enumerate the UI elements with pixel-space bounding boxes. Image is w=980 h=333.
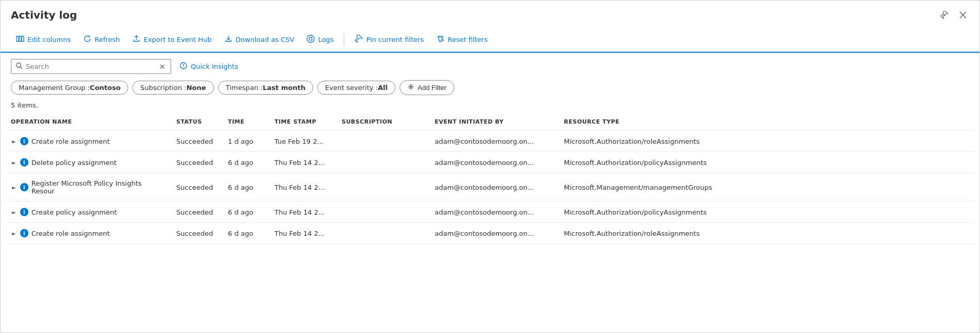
svg-point-12 xyxy=(17,63,21,68)
operation-name-cell: ► i Create policy assignment xyxy=(5,202,170,223)
subscription-cell xyxy=(335,173,428,202)
subscription-cell xyxy=(335,131,428,152)
resource-type-cell: Microsoft.Authorization/policyAssignment… xyxy=(558,152,975,173)
download-csv-label: Download as CSV xyxy=(236,36,295,43)
timestamp-cell: Thu Feb 14 2... xyxy=(268,152,335,173)
svg-point-8 xyxy=(307,35,314,42)
operation-name-cell: ► i Register Microsoft Policy Insights R… xyxy=(5,173,170,202)
status-cell: Succeeded xyxy=(170,131,222,152)
download-csv-button[interactable]: Download as CSV xyxy=(219,32,300,48)
subscription-cell xyxy=(335,223,428,244)
info-icon: i xyxy=(20,158,28,166)
operation-name: Create role assignment xyxy=(32,230,110,237)
operation-name: Create policy assignment xyxy=(32,208,117,216)
timestamp-cell: Thu Feb 14 2... xyxy=(268,202,335,223)
col-header-operation: OPERATION NAME xyxy=(5,113,170,131)
timestamp-cell: Tue Feb 19 2... xyxy=(268,131,335,152)
time-cell: 6 d ago xyxy=(222,152,268,173)
toolbar: Edit columns Refresh Export to Event Hub xyxy=(1,27,979,53)
quick-insights-button[interactable]: Quick Insights xyxy=(179,62,238,71)
pin-current-filters-button[interactable]: Pin current filters xyxy=(349,32,429,48)
search-clear-button[interactable]: ✕ xyxy=(158,63,166,71)
time-cell: 6 d ago xyxy=(222,202,268,223)
toolbar-separator xyxy=(344,34,344,46)
status-cell: Succeeded xyxy=(170,173,222,202)
initiated-by-cell: adam@contosodemoorg.on... xyxy=(428,173,558,202)
export-event-hub-button[interactable]: Export to Event Hub xyxy=(127,32,217,48)
logs-label: Logs xyxy=(318,36,333,43)
reset-filters-button[interactable]: Reset filters xyxy=(431,32,493,48)
expand-row-arrow[interactable]: ► xyxy=(11,184,17,191)
search-input[interactable] xyxy=(26,63,158,70)
quick-insights-label: Quick Insights xyxy=(191,63,238,70)
logs-icon xyxy=(307,35,315,44)
add-filter-button[interactable]: Add Filter xyxy=(400,80,454,95)
status-cell: Succeeded xyxy=(170,152,222,173)
refresh-icon xyxy=(83,35,91,44)
svg-rect-3 xyxy=(17,36,19,41)
svg-rect-5 xyxy=(22,36,24,41)
svg-point-9 xyxy=(309,37,312,40)
export-icon xyxy=(132,35,141,44)
table-row[interactable]: ► i Delete policy assignment Succeeded6 … xyxy=(5,152,975,173)
time-cell: 1 d ago xyxy=(222,131,268,152)
info-icon: i xyxy=(20,208,28,216)
timestamp-cell: Thu Feb 14 2... xyxy=(268,223,335,244)
data-table-container: OPERATION NAME STATUS TIME TIME STAMP SU… xyxy=(1,113,979,244)
expand-row-arrow[interactable]: ► xyxy=(11,138,17,145)
expand-row-arrow[interactable]: ► xyxy=(11,230,17,237)
reset-icon xyxy=(436,35,445,44)
edit-columns-button[interactable]: Edit columns xyxy=(11,32,76,48)
event-severity-filter[interactable]: Event severity : All xyxy=(317,81,395,95)
table-row[interactable]: ► i Create role assignment Succeeded1 d … xyxy=(5,131,975,152)
title-bar: Activity log xyxy=(1,1,979,27)
subscription-label: Subscription : xyxy=(140,84,186,92)
refresh-label: Refresh xyxy=(95,36,120,43)
activity-log-window: Activity log xyxy=(0,0,980,333)
expand-row-arrow[interactable]: ► xyxy=(11,208,17,216)
time-cell: 6 d ago xyxy=(222,223,268,244)
svg-line-13 xyxy=(21,67,23,69)
pin-window-button[interactable] xyxy=(938,9,951,21)
col-header-resource-type: RESOURCE TYPE xyxy=(558,113,975,131)
timespan-filter[interactable]: Timespan : Last month xyxy=(218,81,313,95)
status-cell: Succeeded xyxy=(170,202,222,223)
resource-type-cell: Microsoft.Authorization/roleAssignments xyxy=(558,223,975,244)
table-row[interactable]: ► i Create role assignment Succeeded6 d … xyxy=(5,223,975,244)
info-icon: i xyxy=(20,229,28,237)
pin-filters-label: Pin current filters xyxy=(366,36,424,43)
close-window-button[interactable] xyxy=(957,9,969,21)
search-filter-bar: ✕ Quick Insights xyxy=(1,53,979,80)
operation-name-cell: ► i Create role assignment xyxy=(5,223,170,244)
info-icon: i xyxy=(20,183,28,191)
operation-name: Delete policy assignment xyxy=(32,159,117,166)
operation-name: Register Microsoft Policy Insights Resou… xyxy=(32,179,164,195)
status-cell: Succeeded xyxy=(170,223,222,244)
management-group-filter[interactable]: Management Group : Contoso xyxy=(11,81,128,95)
subscription-value: None xyxy=(187,84,206,92)
col-header-status: STATUS xyxy=(170,113,222,131)
filters-row: Management Group : Contoso Subscription … xyxy=(1,80,979,101)
quick-insights-icon xyxy=(179,62,188,71)
table-row[interactable]: ► i Create policy assignment Succeeded6 … xyxy=(5,202,975,223)
logs-button[interactable]: Logs xyxy=(301,32,339,48)
resource-type-cell: Microsoft.Authorization/roleAssignments xyxy=(558,131,975,152)
time-cell: 6 d ago xyxy=(222,173,268,202)
timespan-label: Timespan : xyxy=(226,84,263,92)
resource-type-cell: Microsoft.Management/managementGroups xyxy=(558,173,975,202)
management-group-label: Management Group : xyxy=(19,84,90,92)
event-severity-value: All xyxy=(378,84,388,92)
table-row[interactable]: ► i Register Microsoft Policy Insights R… xyxy=(5,173,975,202)
items-count: 5 items. xyxy=(1,101,979,113)
subscription-filter[interactable]: Subscription : None xyxy=(132,81,213,95)
expand-row-arrow[interactable]: ► xyxy=(11,159,17,166)
col-header-subscription: SUBSCRIPTION xyxy=(335,113,428,131)
refresh-button[interactable]: Refresh xyxy=(78,32,125,48)
initiated-by-cell: adam@contosodemoorg.on... xyxy=(428,131,558,152)
download-icon xyxy=(224,35,233,44)
initiated-by-cell: adam@contosodemoorg.on... xyxy=(428,223,558,244)
add-filter-icon xyxy=(407,83,415,92)
info-icon: i xyxy=(20,137,28,145)
management-group-value: Contoso xyxy=(90,84,121,92)
initiated-by-cell: adam@contosodemoorg.on... xyxy=(428,152,558,173)
